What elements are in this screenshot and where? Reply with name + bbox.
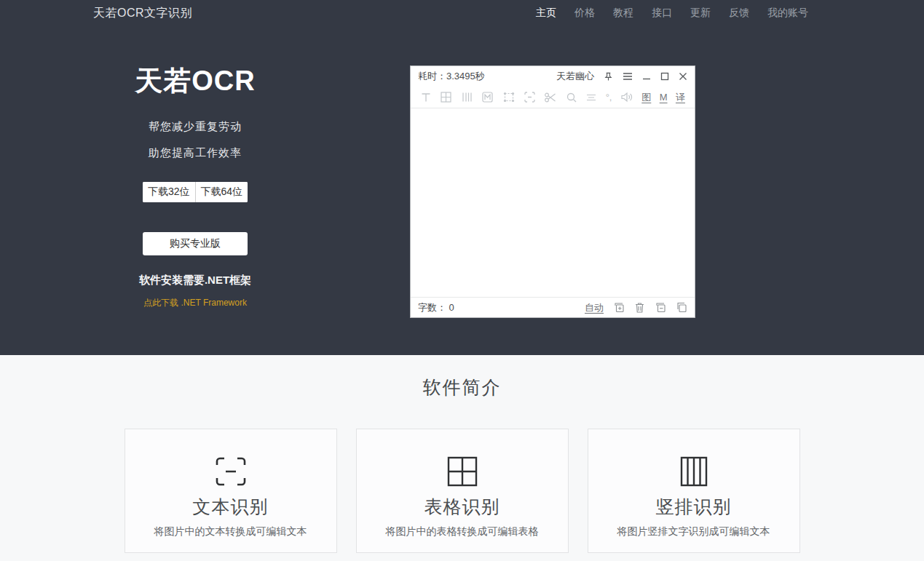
table-grid-icon bbox=[446, 455, 478, 488]
vertical-columns-icon bbox=[678, 455, 710, 488]
elapsed-time-label: 耗时：3.3495秒 bbox=[418, 70, 485, 83]
selection-handles-icon[interactable] bbox=[502, 91, 516, 103]
table-recognition-icon[interactable] bbox=[440, 91, 452, 103]
card-title: 表格识别 bbox=[357, 495, 568, 519]
text-lines-icon[interactable] bbox=[585, 92, 597, 103]
download-64-button[interactable]: 下载64位 bbox=[196, 182, 248, 202]
hero-tagline-1: 帮您减少重复劳动 bbox=[108, 120, 283, 134]
nav-api[interactable]: 接口 bbox=[652, 7, 672, 20]
hero-left-column: 天若OCR 帮您减少重复劳动 助您提高工作效率 下载32位 下载64位 购买专业… bbox=[108, 25, 283, 309]
image-mode-button[interactable]: 图 bbox=[641, 91, 651, 104]
close-button[interactable] bbox=[679, 72, 687, 81]
download-button-group: 下载32位 下载64位 bbox=[143, 182, 248, 202]
m-mode-button[interactable]: M bbox=[660, 92, 668, 103]
card-title: 文本识别 bbox=[125, 495, 336, 519]
card-title: 竖排识别 bbox=[588, 495, 799, 519]
card-table-recognition: 表格识别 将图片中的表格转换成可编辑表格 bbox=[356, 429, 569, 553]
nav-updates[interactable]: 更新 bbox=[690, 7, 711, 20]
site-logo[interactable]: 天若OCR文字识别 bbox=[93, 6, 192, 21]
nav-tutorial[interactable]: 教程 bbox=[613, 7, 633, 20]
minimize-button[interactable] bbox=[642, 72, 651, 81]
feature-cards: 文本识别 将图片中的文本转换成可编辑文本 表格识别 将图片中的表格转换成可编辑表… bbox=[0, 429, 924, 553]
punctuation-icon[interactable]: °, bbox=[606, 92, 612, 103]
maximize-button[interactable] bbox=[660, 72, 669, 81]
card-text-recognition: 文本识别 将图片中的文本转换成可编辑文本 bbox=[125, 429, 337, 553]
main-nav: 主页 价格 教程 接口 更新 反馈 我的账号 bbox=[536, 7, 808, 20]
add-copy-icon[interactable] bbox=[613, 302, 625, 313]
buy-pro-button[interactable]: 购买专业版 bbox=[143, 232, 248, 255]
menu-icon[interactable] bbox=[623, 72, 633, 81]
hero-tagline-2: 助您提高工作效率 bbox=[108, 146, 283, 160]
capture-area-icon[interactable] bbox=[524, 91, 536, 103]
magnifier-icon[interactable] bbox=[566, 92, 577, 103]
ocr-app-window: 耗时：3.3495秒 天若幽心 bbox=[410, 65, 695, 318]
nav-pricing[interactable]: 价格 bbox=[574, 7, 595, 20]
text-recognition-icon[interactable] bbox=[420, 92, 432, 103]
app-toolbar: °, 图 M 译 bbox=[411, 87, 695, 108]
word-count-label: 字数： 0 bbox=[418, 301, 454, 314]
header: 天若OCR文字识别 主页 价格 教程 接口 更新 反馈 我的账号 bbox=[0, 0, 924, 25]
card-vertical-recognition: 竖排识别 将图片竖排文字识别成可编辑文本 bbox=[588, 429, 800, 553]
nav-feedback[interactable]: 反馈 bbox=[729, 7, 749, 20]
intro-heading: 软件简介 bbox=[0, 375, 924, 399]
trash-icon[interactable] bbox=[634, 302, 645, 314]
app-brand-label: 天若幽心 bbox=[556, 70, 594, 83]
app-statusbar: 字数： 0 自动 bbox=[411, 297, 695, 317]
ocr-result-canvas[interactable] bbox=[411, 108, 695, 297]
pin-icon[interactable] bbox=[604, 72, 613, 81]
speaker-icon[interactable] bbox=[620, 92, 633, 103]
hero-section: 天若OCR文字识别 主页 价格 教程 接口 更新 反馈 我的账号 天若OCR 帮… bbox=[0, 0, 924, 355]
app-titlebar: 耗时：3.3495秒 天若幽心 bbox=[411, 66, 695, 87]
hero-title: 天若OCR bbox=[108, 63, 283, 100]
vertical-recognition-icon[interactable] bbox=[461, 91, 473, 103]
nav-home[interactable]: 主页 bbox=[536, 7, 556, 20]
card-description: 将图片中的表格转换成可编辑表格 bbox=[357, 525, 568, 538]
remove-copy-icon[interactable] bbox=[655, 302, 666, 313]
scissors-icon[interactable] bbox=[544, 92, 557, 103]
net-framework-download-link[interactable]: 点此下载 .NET Framework bbox=[143, 297, 247, 309]
capture-area-icon bbox=[214, 455, 248, 488]
net-framework-note: 软件安装需要.NET框架 bbox=[108, 274, 283, 287]
translate-mode-button[interactable]: 译 bbox=[676, 91, 685, 104]
card-description: 将图片竖排文字识别成可编辑文本 bbox=[588, 525, 799, 538]
nav-account[interactable]: 我的账号 bbox=[767, 7, 808, 20]
card-description: 将图片中的文本转换成可编辑文本 bbox=[125, 525, 336, 538]
copy-icon[interactable] bbox=[676, 302, 687, 313]
auto-mode-button[interactable]: 自动 bbox=[585, 301, 604, 314]
download-32-button[interactable]: 下载32位 bbox=[143, 182, 196, 202]
template-m-icon[interactable] bbox=[481, 91, 494, 103]
software-intro-section: 软件简介 文本识别 将图片中的文本转换成可编辑文本 表格识别 将图片中的表格转换… bbox=[0, 355, 924, 553]
